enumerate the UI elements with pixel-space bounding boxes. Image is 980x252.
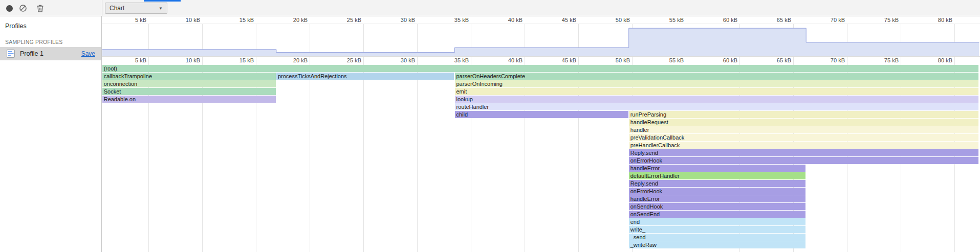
ruler-tick-label: 40 kB: [493, 17, 522, 23]
flame-bar[interactable]: Reply.send: [629, 149, 979, 156]
flame-bar[interactable]: preValidationCallback: [629, 134, 979, 141]
ruler-tick-label: 55 kB: [654, 57, 684, 63]
flame-chart-area: 5 kB10 kB15 kB20 kB25 kB30 kB35 kB40 kB4…: [102, 16, 980, 252]
flame-bar[interactable]: processTicksAndRejections: [276, 73, 454, 80]
ruler-tick-label: 25 kB: [332, 17, 361, 23]
flame-bar[interactable]: handler: [629, 126, 979, 133]
ruler-tick-label: 50 kB: [600, 17, 630, 23]
gridline: [256, 57, 256, 65]
record-button[interactable]: [3, 2, 15, 14]
flame-bar[interactable]: onSendHook: [629, 203, 806, 210]
profiler-toolbar: Chart ▼: [0, 0, 980, 16]
circle-slash-icon: [19, 4, 27, 12]
delete-profile-button[interactable]: [34, 2, 46, 14]
ruler-tick-label: 70 kB: [815, 57, 845, 63]
flame-bar[interactable]: Socket: [102, 88, 276, 95]
ruler-tick-label: 80 kB: [923, 17, 952, 23]
ruler-tick-label: 55 kB: [654, 17, 684, 23]
toolbar-separator: [102, 0, 102, 16]
gridline: [417, 65, 418, 252]
flame-bar[interactable]: _writeRaw: [629, 241, 806, 248]
gridline: [686, 57, 686, 65]
flame-bar[interactable]: write_: [629, 226, 806, 233]
flame-bar[interactable]: Readable.on: [102, 96, 276, 103]
flame-bar[interactable]: preHandlerCallback: [629, 142, 979, 149]
gridline: [901, 57, 901, 65]
flame-bar[interactable]: runPreParsing: [629, 111, 979, 118]
gridline: [954, 57, 955, 65]
ruler-tick-label: 10 kB: [170, 17, 200, 23]
view-mode-select[interactable]: Chart ▼: [105, 3, 167, 14]
ruler-tick-label: 60 kB: [708, 57, 737, 63]
overview-ruler: 5 kB10 kB15 kB20 kB25 kB30 kB35 kB40 kB4…: [102, 16, 980, 24]
flame-bar[interactable]: defaultErrorHandler: [629, 172, 806, 179]
ruler-tick-label: 30 kB: [385, 57, 415, 63]
flame-bar[interactable]: (root): [102, 65, 979, 72]
gridline: [632, 57, 633, 65]
trash-icon: [37, 5, 43, 12]
flame-bar[interactable]: _send: [629, 234, 806, 241]
chevron-down-icon: ▼: [159, 6, 163, 11]
sampling-profiles-section-label: SAMPLING PROFILES: [5, 39, 63, 45]
ruler-tick-label: 75 kB: [869, 17, 899, 23]
memory-overview[interactable]: [102, 24, 980, 56]
ruler-tick-label: 35 kB: [439, 17, 469, 23]
gridline: [793, 57, 794, 65]
ruler-tick-label: 5 kB: [117, 17, 146, 23]
gridline: [417, 57, 418, 65]
profiles-sidebar: Profiles SAMPLING PROFILES Profile 1 Sav…: [0, 16, 102, 252]
flame-bar[interactable]: lookup: [455, 96, 979, 103]
gridline: [471, 57, 471, 65]
profile-name: Profile 1: [20, 50, 81, 57]
save-profile-link[interactable]: Save: [81, 50, 95, 57]
profile-item-profile-1[interactable]: Profile 1 Save: [0, 47, 101, 60]
ruler-tick-label: 45 kB: [547, 17, 576, 23]
ruler-tick-label: 20 kB: [278, 17, 308, 23]
profile-icon: [6, 49, 15, 58]
flame-bar[interactable]: parserOnHeadersComplete: [455, 73, 979, 80]
ruler-tick-label: 5 kB: [117, 57, 146, 63]
flame-ruler: 5 kB10 kB15 kB20 kB25 kB30 kB35 kB40 kB4…: [102, 56, 980, 65]
ruler-tick-label: 25 kB: [332, 57, 361, 63]
flame-bar[interactable]: parserOnIncoming: [455, 80, 979, 87]
flame-bar[interactable]: handleRequest: [629, 119, 979, 126]
clear-profiles-button[interactable]: [17, 2, 29, 14]
ruler-tick-label: 75 kB: [869, 57, 899, 63]
flame-bar[interactable]: routeHandler: [455, 103, 979, 110]
ruler-tick-label: 15 kB: [224, 17, 254, 23]
flame-bar[interactable]: emit: [455, 88, 979, 95]
gridline: [148, 57, 149, 65]
gridline: [363, 65, 364, 252]
flame-bar[interactable]: onErrorHook: [629, 188, 806, 195]
memory-overview-chart: [102, 24, 980, 56]
ruler-tick-label: 80 kB: [923, 57, 952, 63]
active-tab-indicator: [144, 0, 181, 2]
view-mode-value: Chart: [110, 5, 124, 12]
ruler-tick-label: 30 kB: [385, 17, 415, 23]
ruler-tick-label: 65 kB: [761, 17, 791, 23]
ruler-tick-label: 60 kB: [708, 17, 737, 23]
flame-bar[interactable]: handleError: [629, 165, 806, 172]
flame-bar[interactable]: Reply.send: [629, 180, 806, 187]
gridline: [363, 57, 364, 65]
ruler-tick-label: 45 kB: [547, 57, 576, 63]
flame-bar[interactable]: onSendEnd: [629, 211, 806, 218]
ruler-tick-label: 20 kB: [278, 57, 308, 63]
heap-profiler-panel: Chart ▼ Profiles SAMPLING PROFILES Profi…: [0, 0, 980, 252]
flame-chart[interactable]: (root)callbackTrampolineprocessTicksAndR…: [102, 65, 980, 252]
ruler-tick-label: 65 kB: [761, 57, 791, 63]
ruler-tick-label: 35 kB: [439, 57, 469, 63]
flame-bar[interactable]: end: [629, 218, 806, 225]
ruler-tick-label: 70 kB: [815, 17, 845, 23]
flame-bar[interactable]: onErrorHook: [629, 157, 979, 164]
flame-bar[interactable]: callbackTrampoline: [102, 73, 276, 80]
flame-bar[interactable]: handleError: [629, 195, 806, 202]
gridline: [310, 57, 310, 65]
gridline: [525, 57, 525, 65]
gridline: [739, 57, 740, 65]
flame-bar[interactable]: onconnection: [102, 80, 276, 87]
profiles-heading: Profiles: [5, 22, 27, 30]
ruler-tick-label: 40 kB: [493, 57, 522, 63]
ruler-tick-label: 50 kB: [600, 57, 630, 63]
flame-bar[interactable]: child: [455, 111, 628, 118]
